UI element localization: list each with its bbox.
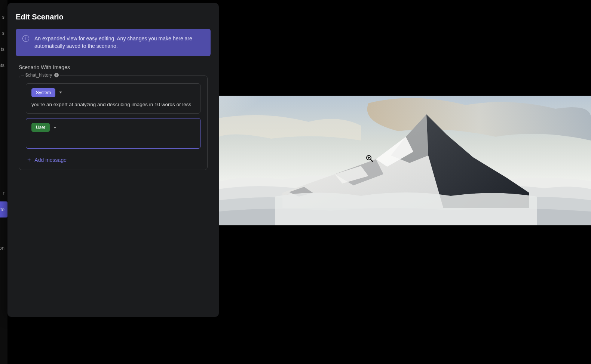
- scenario-image[interactable]: [219, 96, 591, 225]
- add-message-button[interactable]: + Add message: [26, 153, 200, 164]
- sidebar-item[interactable]: nts: [0, 57, 7, 73]
- message-user[interactable]: User: [26, 118, 200, 149]
- chevron-down-icon[interactable]: [53, 127, 56, 129]
- svg-line-5: [371, 160, 373, 162]
- role-badge-system[interactable]: System: [31, 88, 55, 97]
- message-system[interactable]: System you're an expert at analyzing and…: [26, 83, 200, 114]
- chevron-down-icon[interactable]: [59, 92, 62, 93]
- add-message-label: Add message: [34, 157, 67, 163]
- zoom-in-icon[interactable]: [366, 155, 373, 162]
- sidebar-item-active[interactable]: te: [0, 201, 7, 218]
- chat-var-name: $chat_history: [25, 73, 52, 78]
- chat-history-fieldset: System you're an expert at analyzing and…: [19, 75, 208, 170]
- edit-scenario-panel: Edit Scenario i An expanded view for eas…: [7, 3, 219, 317]
- sidebar-item[interactable]: t: [0, 185, 7, 201]
- info-banner: i An expanded view for easy editing. Any…: [16, 29, 211, 56]
- info-text: An expanded view for easy editing. Any c…: [34, 35, 204, 50]
- message-text-input[interactable]: [31, 136, 195, 143]
- chat-history-legend: $chat_history i: [24, 73, 60, 78]
- help-icon[interactable]: i: [54, 73, 59, 77]
- sidebar-item[interactable]: ts: [0, 41, 7, 57]
- role-badge-user[interactable]: User: [31, 123, 50, 132]
- panel-title: Edit Scenario: [7, 3, 219, 29]
- plus-icon: +: [27, 157, 31, 163]
- sidebar-item[interactable]: ion: [0, 240, 7, 256]
- sidebar-item[interactable]: s: [0, 9, 7, 25]
- message-text[interactable]: you're an expert at analyzing and descri…: [31, 101, 195, 108]
- info-icon: i: [22, 35, 29, 42]
- sidebar: s s ts nts t te ion: [0, 0, 7, 364]
- sidebar-item[interactable]: s: [0, 25, 7, 41]
